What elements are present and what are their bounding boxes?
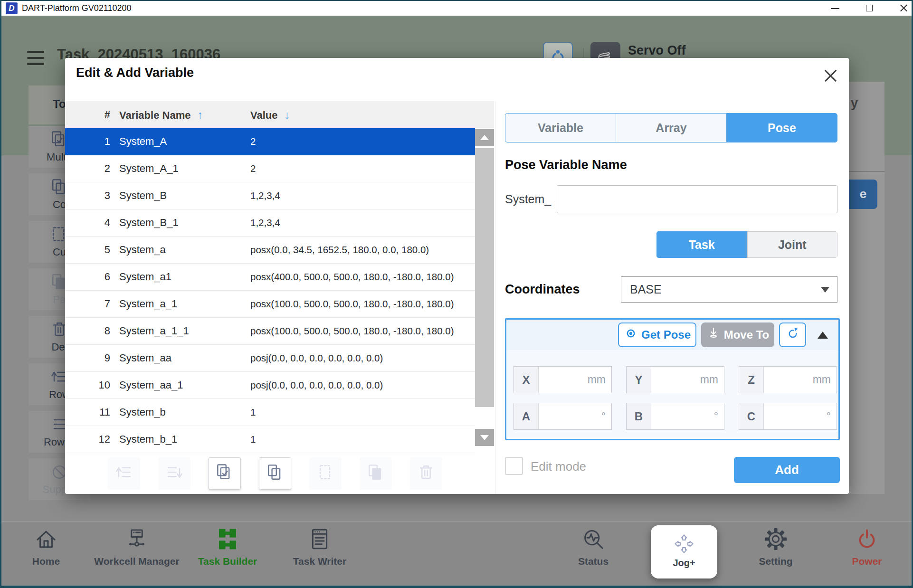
row-number: 5: [65, 244, 110, 256]
pose-field-y: Ymm: [626, 366, 724, 393]
table-row[interactable]: 5System_aposx(0.0, 34.5, 1652.5, 180.0, …: [65, 237, 475, 264]
close-window-button[interactable]: [894, 1, 913, 16]
sort-descending-icon[interactable]: ↓: [284, 108, 290, 121]
table-row[interactable]: 12System_b_11: [65, 426, 475, 453]
refresh-pose-button[interactable]: [779, 322, 806, 347]
nav-label: Task Writer: [263, 556, 377, 567]
table-row[interactable]: 4System_B_11,2,3,4: [65, 209, 475, 237]
scrollbar-thumb[interactable]: [475, 148, 494, 407]
mode-tab-task[interactable]: Task: [656, 231, 747, 258]
move-to-label: Move To: [724, 328, 770, 341]
trash-button[interactable]: [410, 457, 442, 490]
field-unit: °: [601, 403, 611, 429]
menu-icon[interactable]: [27, 51, 44, 66]
variable-name: System_a_1_1: [110, 325, 241, 337]
table-row[interactable]: 9System_aaposj(0.0, 0.0, 0.0, 0.0, 0.0, …: [65, 345, 475, 372]
refresh-icon: [785, 326, 800, 344]
add-button[interactable]: Add: [734, 457, 840, 483]
variable-value: 2: [241, 136, 475, 147]
edit-mode-checkbox[interactable]: [505, 457, 523, 475]
field-unit: mm: [813, 367, 837, 393]
table-row[interactable]: 1System_A2: [65, 128, 475, 155]
sort-ascending-icon[interactable]: ↑: [197, 108, 203, 121]
variable-name: System_b_1: [110, 433, 241, 446]
pose-variable-name-heading: Pose Variable Name: [505, 158, 627, 172]
get-pose-label: Get Pose: [641, 328, 691, 341]
coordinates-label: Coordinates: [505, 276, 580, 303]
column-header-num: #: [65, 109, 110, 121]
app-window: D DART-Platform GV02110200 Task_20240513…: [0, 0, 913, 588]
nav-label: Status: [536, 556, 650, 567]
variable-value: 2: [241, 163, 475, 174]
scroll-down-button[interactable]: [475, 429, 494, 446]
table-row[interactable]: 7System_a_1posx(100.0, 500.0, 500.0, 180…: [65, 291, 475, 318]
row-number: 2: [65, 162, 110, 175]
paste-button[interactable]: [309, 457, 342, 490]
field-input-a[interactable]: [539, 403, 601, 429]
ins-above-button[interactable]: [108, 457, 140, 490]
tab-variable[interactable]: Variable: [505, 114, 616, 142]
table-scrollbar: [475, 128, 494, 453]
mode-tab-joint[interactable]: Joint: [747, 231, 838, 258]
scroll-up-button[interactable]: [475, 129, 494, 146]
nav-item-task-writer[interactable]: Task Writer: [263, 526, 377, 567]
pose-field-x: Xmm: [514, 366, 612, 393]
field-input-b[interactable]: [651, 403, 714, 429]
dialog-title: Edit & Add Variable: [76, 66, 194, 80]
field-label: C: [739, 403, 764, 429]
field-input-z[interactable]: [764, 367, 813, 393]
variable-name-prefix: System_: [505, 185, 551, 213]
nav-item-power[interactable]: Power: [810, 526, 913, 567]
move-to-button[interactable]: Move To: [701, 322, 774, 347]
copy-button[interactable]: [259, 457, 291, 490]
nav-item-status[interactable]: Status: [536, 526, 650, 567]
coordinates-dropdown[interactable]: BASE: [621, 276, 837, 303]
field-input-x[interactable]: [539, 367, 588, 393]
tab-pose[interactable]: Pose: [726, 114, 837, 142]
table-row[interactable]: 11System_b1: [65, 399, 475, 426]
nav-item-jog[interactable]: Jog+: [651, 525, 717, 579]
app-logo-icon: D: [6, 2, 18, 14]
table-row[interactable]: 10System_aa_1posj(0.0, 0.0, 0.0, 0.0, 0.…: [65, 372, 475, 399]
field-input-y[interactable]: [651, 367, 700, 393]
collapse-panel-icon[interactable]: [818, 332, 828, 339]
ins-below-button[interactable]: [158, 457, 190, 490]
field-label: Y: [627, 367, 651, 393]
home-icon: [33, 526, 59, 554]
field-label: A: [514, 403, 539, 429]
trash-icon: [416, 462, 437, 485]
variable-name: System_B_1: [110, 217, 241, 229]
workcell-icon: [124, 526, 150, 554]
background-save-button-fragment[interactable]: e: [849, 180, 877, 209]
background-panel-divider: [849, 171, 884, 172]
field-unit: mm: [588, 367, 611, 393]
column-header-name: Variable Name: [119, 109, 190, 121]
nav-label: Power: [810, 556, 913, 567]
row-number: 7: [65, 298, 110, 310]
minimize-button[interactable]: [826, 1, 845, 16]
table-row[interactable]: 6System_a1posx(400.0, 500.0, 500.0, 180.…: [65, 264, 475, 291]
titlebar: D DART-Platform GV02110200: [0, 1, 913, 16]
maximize-button[interactable]: [860, 1, 879, 16]
pose-panel-header: Get Pose Move To: [506, 320, 838, 350]
pose-panel-section: VariableArrayPose Pose Variable Name Sys…: [505, 58, 840, 494]
table-row[interactable]: 2System_A_12: [65, 155, 475, 182]
row-number: 3: [65, 190, 110, 202]
variable-name: System_a1: [110, 271, 241, 283]
tab-array[interactable]: Array: [616, 114, 726, 142]
row-number: 1: [65, 135, 110, 148]
variable-table: 1System_A22System_A_123System_B1,2,3,44S…: [65, 128, 475, 453]
task-writer-icon: [307, 526, 333, 554]
variable-name: System_a_1: [110, 298, 241, 310]
field-input-c[interactable]: [764, 403, 827, 429]
get-pose-button[interactable]: Get Pose: [618, 322, 696, 347]
copy-check-button[interactable]: [209, 457, 241, 490]
task-builder-icon: [215, 526, 240, 554]
row-number: 9: [65, 352, 110, 364]
duplicate-button[interactable]: [360, 457, 392, 490]
pose-field-b: B°: [626, 403, 724, 430]
variable-name-input[interactable]: [557, 185, 837, 213]
table-row[interactable]: 3System_B1,2,3,4: [65, 182, 475, 209]
field-unit: °: [714, 403, 724, 429]
table-row[interactable]: 8System_a_1_1posx(100.0, 500.0, 500.0, 1…: [65, 318, 475, 345]
